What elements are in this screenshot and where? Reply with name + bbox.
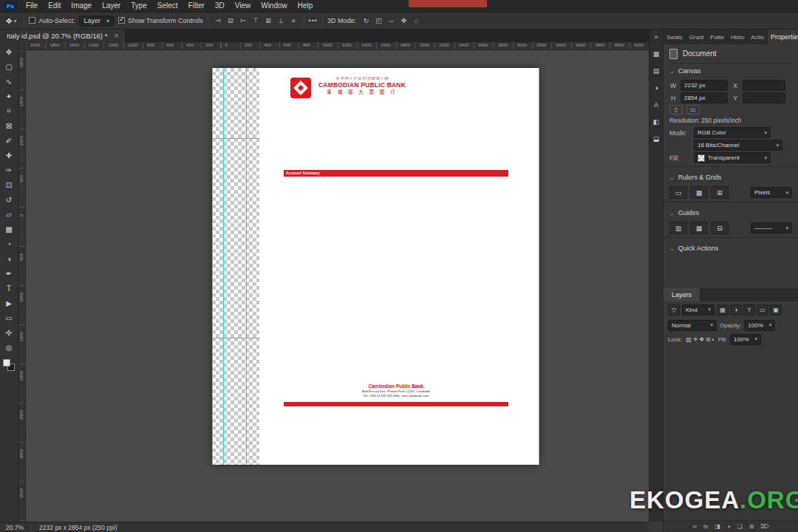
- blur-tool[interactable]: ◔: [0, 236, 18, 251]
- pen-tool[interactable]: ✒: [0, 266, 18, 281]
- section-canvas[interactable]: ⌄ Canvas: [669, 64, 792, 78]
- color-panel-icon[interactable]: ▦: [653, 50, 660, 58]
- new-layer-icon[interactable]: ⊞: [749, 523, 754, 530]
- grid-icon[interactable]: ▦: [690, 186, 708, 199]
- align-center-horizontal-icon[interactable]: ⊟: [225, 17, 236, 24]
- type-tool[interactable]: T: [0, 281, 18, 296]
- x-field[interactable]: [743, 80, 785, 91]
- adjustment-layer-icon[interactable]: ◑: [727, 523, 731, 530]
- lock-all-icon[interactable]: ▪: [712, 336, 715, 343]
- zoom-level[interactable]: 20.7%: [6, 524, 24, 531]
- menu-file[interactable]: File: [21, 0, 43, 12]
- align-left-icon[interactable]: ⊣: [213, 17, 224, 24]
- history-panel-icon[interactable]: ⬓: [653, 135, 660, 143]
- quick-selection-tool[interactable]: ✦: [0, 89, 18, 103]
- path-selection-tool[interactable]: ▶: [0, 296, 18, 310]
- show-transform-option[interactable]: Show Transform Controls: [118, 17, 203, 24]
- show-transform-checkbox[interactable]: [118, 17, 125, 24]
- lasso-tool[interactable]: ∿: [0, 74, 18, 89]
- portrait-orientation-button[interactable]: ▯: [669, 105, 683, 115]
- menu-help[interactable]: Help: [293, 0, 318, 12]
- menu-select[interactable]: Select: [152, 0, 183, 12]
- shape-tool[interactable]: ▭: [0, 310, 18, 325]
- lock-artboard-icon[interactable]: ⊞: [705, 336, 712, 343]
- auto-select-target-dropdown[interactable]: Layer▾: [79, 16, 114, 27]
- align-right-icon[interactable]: ⊢: [238, 17, 249, 24]
- guide-vertical[interactable]: [539, 68, 539, 465]
- foreground-color-chip[interactable]: [3, 359, 10, 366]
- auto-select-checkbox[interactable]: [29, 17, 35, 24]
- zoom-tool[interactable]: ◎: [0, 340, 18, 355]
- menu-window[interactable]: Window: [256, 0, 293, 12]
- y-field[interactable]: [743, 92, 785, 103]
- auto-select-option[interactable]: Auto-Select:: [29, 17, 75, 24]
- menu-image[interactable]: Image: [66, 0, 97, 12]
- close-tab-icon[interactable]: ×: [114, 32, 118, 40]
- swatches-panel-icon[interactable]: ▤: [653, 67, 660, 75]
- section-guides[interactable]: ⌄ Guides: [669, 205, 792, 220]
- menu-filter[interactable]: Filter: [183, 0, 210, 12]
- menu-view[interactable]: View: [230, 0, 256, 12]
- align-bottom-icon[interactable]: ⊥: [276, 17, 287, 24]
- brush-tool[interactable]: ✑: [0, 163, 18, 177]
- distribute-icon[interactable]: ≡: [288, 17, 299, 24]
- layer-group-icon[interactable]: ❏: [737, 523, 743, 530]
- lock-position-icon[interactable]: ✥: [698, 336, 705, 343]
- active-tool-indicator[interactable]: ✥▾: [3, 17, 19, 25]
- adjustments-panel-icon[interactable]: ◑: [654, 84, 658, 92]
- document-tab[interactable]: Italy id.psd @ 20.7% (RGB/16) * ×: [0, 30, 126, 42]
- gradient-tool[interactable]: ▩: [0, 222, 18, 236]
- clear-guides-icon[interactable]: ⊟: [711, 222, 729, 234]
- link-layers-icon[interactable]: ∞: [692, 523, 697, 530]
- dodge-tool[interactable]: ◑: [0, 251, 18, 266]
- menu-3d[interactable]: 3D: [210, 0, 230, 12]
- kind-dropdown[interactable]: Kind▾: [682, 304, 715, 316]
- healing-brush-tool[interactable]: ✚: [0, 148, 18, 163]
- align-top-icon[interactable]: ⊤: [250, 17, 262, 24]
- menu-layer[interactable]: Layer: [97, 0, 126, 12]
- opacity-field[interactable]: 100%▾: [744, 320, 775, 331]
- guide-layout-icon[interactable]: ▦: [690, 222, 708, 234]
- eyedropper-tool[interactable]: ✐: [0, 133, 18, 148]
- menu-type[interactable]: Type: [126, 0, 152, 12]
- panel-tab-gradi[interactable]: Gradi: [686, 30, 708, 44]
- guide-vertical[interactable]: [212, 68, 213, 465]
- character-panel-icon[interactable]: A: [654, 101, 658, 109]
- blend-mode-dropdown[interactable]: Normal▾: [668, 320, 717, 331]
- ruler-icon[interactable]: ▭: [669, 186, 687, 199]
- guide-horizontal[interactable]: [212, 338, 259, 338]
- document-canvas[interactable]: ធនាគារកម្ពុជាសាធារណៈ CAMBODIAN PUBLIC BA…: [212, 68, 539, 465]
- canvas-area[interactable]: ធនាគារកម្ពុជាសាធារណៈ CAMBODIAN PUBLIC BA…: [26, 50, 649, 522]
- panel-tab-actio[interactable]: Actio: [748, 30, 768, 44]
- filter-type-layers-icon[interactable]: T: [743, 304, 755, 316]
- panel-tab-patte[interactable]: Patte: [707, 30, 728, 44]
- 3d-pan-icon[interactable]: ⇔: [386, 17, 397, 24]
- panel-tab-histo[interactable]: Histo: [728, 30, 748, 44]
- eraser-tool[interactable]: ▱: [0, 207, 18, 222]
- 3d-scale-icon[interactable]: ⌂: [411, 17, 422, 24]
- marquee-tool[interactable]: ▢: [0, 59, 18, 74]
- tab-layers[interactable]: Layers: [664, 288, 700, 301]
- new-guide-icon[interactable]: ▥: [669, 222, 687, 234]
- statement-page[interactable]: ធនាគារកម្ពុជាសាធារណៈ CAMBODIAN PUBLIC BA…: [259, 68, 539, 465]
- lock-transparency-icon[interactable]: ▨: [685, 336, 692, 343]
- layer-fill-field[interactable]: 100%▾: [730, 334, 761, 345]
- layer-mask-icon[interactable]: ◨: [715, 523, 720, 530]
- bit-depth-dropdown[interactable]: 16 Bits/Channel▾: [694, 140, 782, 151]
- units-dropdown[interactable]: Pixels▾: [751, 187, 792, 198]
- filter-adjustment-layers-icon[interactable]: ◑: [730, 304, 742, 316]
- libraries-panel-icon[interactable]: ◧: [653, 118, 660, 126]
- menu-edit[interactable]: Edit: [43, 0, 66, 12]
- filter-pixel-layers-icon[interactable]: ▦: [717, 304, 729, 316]
- photoshop-logo-icon[interactable]: Ps: [4, 1, 16, 11]
- layer-effects-icon[interactable]: fx: [703, 523, 708, 530]
- landscape-orientation-button[interactable]: ▭: [686, 105, 700, 115]
- section-rulers-grids[interactable]: ⌄ Rulers & Grids: [669, 170, 792, 185]
- color-chips[interactable]: [3, 359, 15, 371]
- collapse-panels-icon[interactable]: »: [654, 33, 658, 41]
- guide-style-dropdown[interactable]: ———▾: [751, 222, 792, 233]
- 3d-roll-icon[interactable]: ◰: [373, 17, 384, 24]
- history-brush-tool[interactable]: ↺: [0, 192, 18, 207]
- filter-smart-objects-icon[interactable]: ▣: [770, 304, 782, 316]
- filter-shape-layers-icon[interactable]: ▭: [757, 304, 768, 316]
